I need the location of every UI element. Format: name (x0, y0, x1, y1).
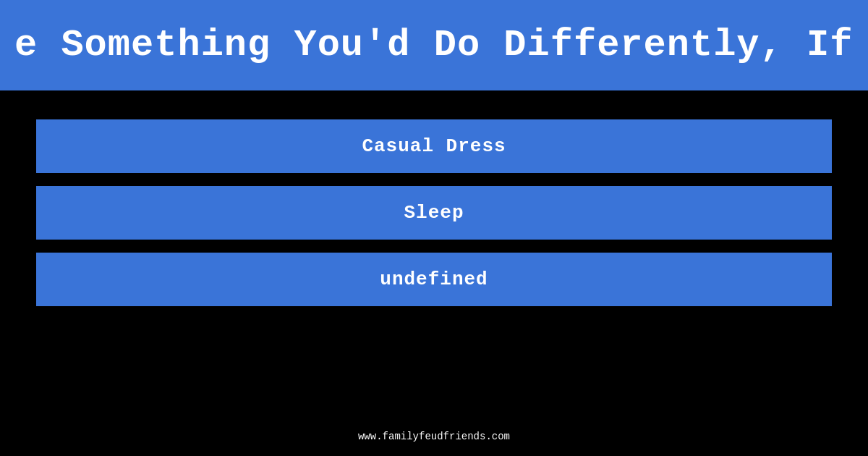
answer-button-1[interactable]: Casual Dress (36, 119, 832, 173)
question-text: e Something You'd Do Differently, If You… (14, 24, 868, 67)
question-banner: e Something You'd Do Differently, If You… (0, 0, 868, 90)
answer-button-3[interactable]: undefined (36, 253, 832, 306)
footer: www.familyfeudfriends.com (0, 430, 868, 443)
answer-button-2[interactable]: Sleep (36, 186, 832, 240)
footer-url: www.familyfeudfriends.com (358, 431, 510, 442)
answers-container: Casual Dress Sleep undefined (0, 98, 868, 328)
